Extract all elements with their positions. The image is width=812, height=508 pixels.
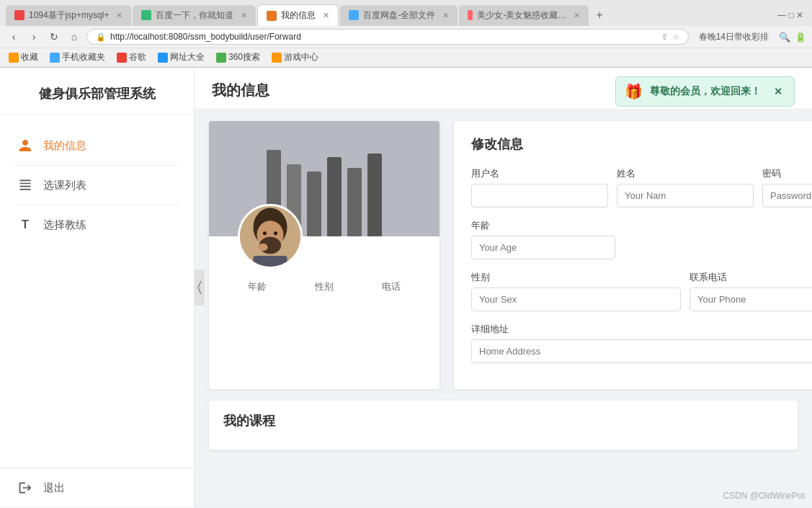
back-button[interactable]: ‹ xyxy=(6,29,22,45)
tab-pan[interactable]: 百度网盘-全部文件 ✕ xyxy=(340,5,458,26)
bookmark-games[interactable]: 游戏中心 xyxy=(269,50,321,64)
avatar xyxy=(238,204,303,269)
sidebar-collapse-handle[interactable] xyxy=(195,269,205,306)
sidebar-divider-1 xyxy=(14,165,179,166)
password-label: 密码 xyxy=(762,167,812,180)
my-courses-section: 我的课程 xyxy=(209,401,798,450)
phone-label: 联系电话 xyxy=(690,271,812,284)
browser-chrome: 1094基于jsp+mysql+ ✕ 百度一下，你就知道 ✕ 我的信息 ✕ 百度… xyxy=(0,0,812,68)
bookmark-star-icon xyxy=(9,53,19,63)
lastname-label: 姓名 xyxy=(617,167,754,180)
profile-info-row: 年龄 性别 电话 xyxy=(209,269,440,302)
welcome-banner: 🎁 尊敬的会员，欢迎回来！ ✕ xyxy=(615,76,795,107)
tab-myinfo[interactable]: 我的信息 ✕ xyxy=(257,4,339,26)
tab-close-girl[interactable]: ✕ xyxy=(574,11,580,20)
sidebar-divider-2 xyxy=(14,205,179,205)
bookmark-label-google: 谷歌 xyxy=(129,51,146,63)
share-icon: ⇧ xyxy=(661,32,668,42)
sidebar-item-my-info[interactable]: 我的信息 xyxy=(0,129,194,162)
bookmark-games-icon xyxy=(272,53,282,63)
tab-close-1094[interactable]: ✕ xyxy=(116,11,122,20)
bookmark-google[interactable]: 谷歌 xyxy=(114,50,149,64)
tab-close-baidu[interactable]: ✕ xyxy=(241,11,247,20)
tab-favicon-1094 xyxy=(14,10,24,20)
sidebar-nav: 我的信息 选课列表 T 选择教练 xyxy=(0,115,194,468)
bookmarks-bar: 收藏 手机收藏夹 谷歌 网址大全 360搜索 游戏中心 xyxy=(0,48,812,67)
new-tab-button[interactable]: + xyxy=(590,6,608,24)
bookmark-label-urllist: 网址大全 xyxy=(170,51,205,63)
tab-favicon-girl xyxy=(468,10,473,20)
password-input[interactable] xyxy=(762,184,812,208)
tab-1094[interactable]: 1094基于jsp+mysql+ ✕ xyxy=(6,5,131,26)
tab-label-baidu: 百度一下，你就知道 xyxy=(156,9,233,22)
content-body: 年龄 性别 电话 修改信息 用户名 姓名 xyxy=(195,110,812,401)
profile-gender-label: 性别 xyxy=(315,280,334,293)
banner-close-button[interactable]: ✕ xyxy=(774,86,782,97)
form-group-username: 用户名 xyxy=(471,167,608,208)
form-title: 修改信息 xyxy=(471,135,812,153)
sidebar: 健身俱乐部管理系统 我的信息 选课列表 xyxy=(0,68,195,507)
form-group-gender: 性别 xyxy=(471,271,681,311)
app-title: 健身俱乐部管理系统 xyxy=(0,68,194,115)
username-label: 用户名 xyxy=(471,167,608,180)
tab-close-pan[interactable]: ✕ xyxy=(442,11,449,20)
bookmark-mobile[interactable]: 手机收藏夹 xyxy=(47,50,108,64)
gender-input[interactable] xyxy=(471,288,681,311)
svg-rect-7 xyxy=(253,256,287,267)
address-bar: ‹ › ↻ ⌂ 🔒 http://localhost:8080/ssm_body… xyxy=(0,26,812,48)
forward-button[interactable]: › xyxy=(26,29,42,45)
home-button[interactable]: ⌂ xyxy=(66,29,82,45)
refresh-button[interactable]: ↻ xyxy=(46,29,62,45)
form-group-password: 密码 xyxy=(762,167,812,208)
profile-card: 年龄 性别 电话 xyxy=(209,121,440,389)
url-text: http://localhost:8080/ssm_bodybuild/user… xyxy=(110,32,657,42)
sidebar-logout[interactable]: 退出 xyxy=(0,468,194,507)
sidebar-label-my-info: 我的信息 xyxy=(43,139,86,153)
tab-girl[interactable]: 美少女-美女魅惑收藏… ✕ xyxy=(459,5,589,26)
app-container: 健身俱乐部管理系统 我的信息 选课列表 xyxy=(0,68,812,507)
main-content: 我的信息 🎁 尊敬的会员，欢迎回来！ ✕ xyxy=(195,68,812,507)
bookmark-label-mobile: 手机收藏夹 xyxy=(62,51,105,63)
my-courses-title: 我的课程 xyxy=(223,412,783,429)
age-label: 年龄 xyxy=(471,219,812,232)
form-row-3: 性别 联系电话 xyxy=(471,271,812,311)
bookmark-360[interactable]: 360搜索 xyxy=(213,50,263,64)
sidebar-item-choose-coach[interactable]: T 选择教练 xyxy=(0,208,194,241)
address-input[interactable] xyxy=(471,339,812,363)
person-icon xyxy=(17,138,33,153)
font-t-icon: T xyxy=(17,217,33,233)
tab-label-girl: 美少女-美女魅惑收藏… xyxy=(477,9,566,22)
tab-bar: 1094基于jsp+mysql+ ✕ 百度一下，你就知道 ✕ 我的信息 ✕ 百度… xyxy=(0,0,812,26)
tab-label-1094: 1094基于jsp+mysql+ xyxy=(29,9,109,22)
url-bar[interactable]: 🔒 http://localhost:8080/ssm_bodybuild/us… xyxy=(86,29,689,45)
tab-favicon-baidu xyxy=(141,10,151,20)
tab-baidu[interactable]: 百度一下，你就知道 ✕ xyxy=(133,5,256,26)
tab-close-myinfo[interactable]: ✕ xyxy=(323,11,329,20)
gift-icon: 🎁 xyxy=(625,83,643,100)
watermark: CSDN @OldWinePot xyxy=(723,491,805,501)
star-icon: ☆ xyxy=(672,32,679,42)
username-input[interactable] xyxy=(471,184,608,208)
lastname-input[interactable] xyxy=(617,184,754,208)
tab-label-pan: 百度网盘-全部文件 xyxy=(363,9,435,22)
tab-label-myinfo: 我的信息 xyxy=(281,9,316,22)
phone-input[interactable] xyxy=(690,288,812,311)
bookmark-favorites[interactable]: 收藏 xyxy=(6,50,41,64)
form-group-phone: 联系电话 xyxy=(690,271,812,311)
gender-label: 性别 xyxy=(471,271,681,284)
address-label: 详细地址 xyxy=(471,323,812,336)
bookmark-360-icon xyxy=(216,53,226,63)
form-row-1: 用户名 姓名 密码 xyxy=(471,167,812,208)
search-icon[interactable]: 🔍 xyxy=(779,32,790,43)
bookmark-google-icon xyxy=(117,53,127,63)
sidebar-label-course-list: 选课列表 xyxy=(43,179,86,192)
form-group-lastname: 姓名 xyxy=(617,167,754,208)
svg-point-4 xyxy=(263,231,267,235)
age-input[interactable] xyxy=(471,236,615,259)
form-group-address: 详细地址 xyxy=(471,323,812,363)
form-section: 修改信息 用户名 姓名 密码 xyxy=(454,121,812,389)
bookmark-urllist[interactable]: 网址大全 xyxy=(155,50,208,64)
sidebar-item-course-list[interactable]: 选课列表 xyxy=(0,169,194,202)
profile-phone-label: 电话 xyxy=(382,280,401,293)
lock-icon: 🔒 xyxy=(96,32,106,42)
